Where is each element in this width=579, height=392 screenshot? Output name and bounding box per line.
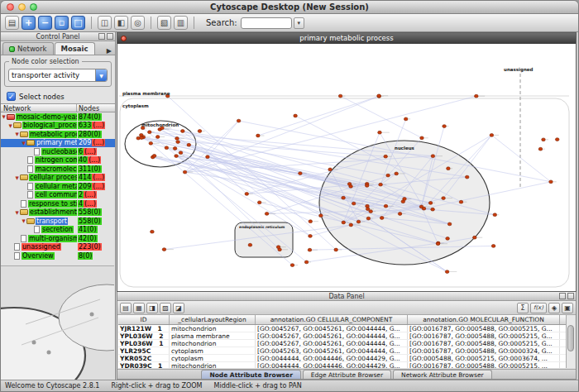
tree-expander-icon[interactable]: ▼ (14, 130, 20, 138)
tree-row-nucleobase[interactable]: nucleobase...6(...) (1, 147, 115, 156)
open-attributes-icon[interactable]: ▣ (562, 303, 573, 313)
table-cell[interactable]: YPL036W__2 (118, 332, 170, 339)
table-cell[interactable]: [GO:0016787, GO:0005488, GO:0005215, ... (408, 362, 560, 368)
tree-row-overview[interactable]: Overview8(0) (1, 251, 115, 261)
table-scrollbar[interactable] (566, 315, 575, 368)
tree-row-establishment-of-l[interactable]: ▼establishment of l558(0) (1, 208, 115, 218)
table-cell[interactable]: [GO:0005488, GO:0005215, GO:0003674, ... (408, 355, 560, 361)
create-network-icon[interactable]: ◫ (98, 16, 112, 30)
search-options-icon[interactable]: ▾ (294, 17, 304, 29)
table-row[interactable]: YJR121W__1mitochondrion[GO:0045267, GO:0… (118, 325, 566, 332)
tab-mosaic[interactable]: Mosaic (55, 42, 95, 55)
table-cell[interactable]: YDR039C__1 (118, 362, 170, 368)
tree-row-transport[interactable]: ▼transport558(0) (1, 217, 115, 226)
table-cell[interactable]: mitochondrion (170, 325, 256, 332)
delete-attribute-icon[interactable]: ◨ (146, 303, 158, 313)
tree-expander-icon[interactable]: ▼ (21, 217, 26, 225)
tab-overflow-arrow-icon[interactable]: ▶ (105, 47, 113, 55)
table-cell[interactable]: [GO:0016787, GO:0005488, GO:0000324, G..… (408, 347, 560, 354)
tree-row-unassigned[interactable]: unassigned223(0) (1, 243, 115, 252)
table-cell[interactable]: [GO:0016787, GO:0005488, GO:0005215, G..… (408, 325, 560, 332)
annotations-icon[interactable]: ◎ (131, 16, 145, 30)
layout-icon[interactable]: ▥ (174, 16, 188, 30)
open-session-icon[interactable]: ▤ (5, 16, 19, 30)
table-row[interactable]: YPL036W__1mitochondrion[GO:0045267, GO:0… (118, 340, 566, 347)
table-row[interactable]: YKR052Ccytoplasm[GO:0044444, GO:0044446,… (118, 355, 566, 362)
table-row[interactable]: YLR295Ccytoplasm[GO:0045263, GO:0045261,… (118, 347, 566, 355)
tree-row-mosaic-demo-yeast[interactable]: ▼mosaic-demo-yeast874(0) (1, 112, 115, 122)
table-cell[interactable]: [GO:0016787, GO:0005488, GO:0005215, G..… (408, 340, 560, 347)
table-cell[interactable]: plasma membrane (170, 332, 256, 339)
vizmapper-icon[interactable]: ▧ (157, 16, 171, 30)
table-cell[interactable]: cytoplasm (170, 355, 256, 361)
zoom-selected-icon[interactable]: ▫ (55, 16, 69, 30)
table-cell[interactable]: [GO:0044444, GO:0044446, GO:0044429, G..… (256, 355, 408, 361)
table-cell[interactable]: cytoplasm (170, 347, 256, 354)
column-header-1[interactable]: _cellularLayoutRegion (170, 315, 256, 324)
tree-column-nodes[interactable]: Nodes (77, 104, 115, 112)
table-cell[interactable]: YKR052C (118, 355, 170, 361)
tab-node-attribute-browser[interactable]: Node Attribute Browser (201, 370, 300, 379)
network-view-close-button[interactable] (121, 36, 127, 41)
tree-row-metabolic-process[interactable]: ▼metabolic process280(0) (1, 130, 115, 139)
window-titlebar[interactable]: Cytoscape Desktop (New Session) (1, 1, 578, 14)
network-view-titlebar[interactable]: primary metabolic process (117, 33, 576, 44)
tree-row-response-to-stimul[interactable]: response to stimul4(...) (1, 199, 115, 208)
zoom-out-icon[interactable]: − (38, 16, 52, 30)
import-attributes-icon[interactable]: ◈ (548, 303, 560, 313)
tree-expander-icon[interactable]: ▼ (21, 139, 26, 147)
scrollbar-thumb[interactable] (567, 325, 574, 351)
tree-expander-icon[interactable]: ▼ (7, 122, 13, 130)
float-panel-icon[interactable] (559, 293, 566, 299)
select-nodes-checkbox[interactable]: ✓ (7, 92, 16, 101)
node-color-dropdown[interactable]: transporter activity ▼ (8, 69, 108, 82)
float-panel-icon[interactable] (98, 33, 105, 40)
select-attributes-icon[interactable]: ▤ (120, 303, 132, 313)
tree-row-secretion[interactable]: secretion41(0) (1, 226, 115, 235)
close-panel-icon[interactable] (567, 293, 574, 299)
table-cell[interactable]: [GO:0016787, GO:0005488, GO:0005215, G..… (408, 332, 560, 339)
zoom-fit-icon[interactable]: □ (71, 16, 85, 30)
network-canvas[interactable]: plasma membranecytoplasmmitochondrionnuc… (117, 44, 576, 291)
table-row[interactable]: YPL036W__2plasma membrane[GO:0045267, GO… (118, 332, 566, 340)
tree-row-nitrogen-compo[interactable]: nitrogen compo...40(...) (1, 156, 115, 165)
delete-rows-icon[interactable]: ◪ (173, 303, 184, 313)
formula-builder-icon[interactable]: f(x) (530, 303, 547, 313)
tab-network[interactable]: Network (2, 42, 54, 55)
table-cell[interactable]: mitochondrion (170, 340, 256, 347)
tree-row-primary-metabo[interactable]: ▼primary metabo209(...) (1, 139, 115, 148)
table-cell[interactable]: YLR295C (118, 347, 170, 354)
table-cell[interactable]: [GO:0045263, GO:0045261, GO:0044444, G..… (256, 347, 408, 354)
tab-network-attribute-browser[interactable]: Network Attribute Browser (393, 370, 492, 379)
tree-row-biological-process[interactable]: ▼biological_process633(...) (1, 122, 115, 131)
tree-row-multi-organism-pro[interactable]: multi-organism pro42(0) (1, 234, 115, 243)
column-header-3[interactable]: annotation.GO MOLECULAR_FUNCTION (408, 315, 560, 324)
table-cell[interactable]: [GO:0045267, GO:0045261, GO:0044444, G..… (256, 340, 408, 347)
overview-thumbnail[interactable] (1, 265, 114, 380)
table-cell[interactable]: YPL036W__1 (118, 340, 170, 347)
destroy-network-icon[interactable]: ◧ (114, 16, 128, 30)
table-cell[interactable]: YJR121W__1 (118, 325, 170, 332)
tree-row-macromolecule[interactable]: macromolecule...311(0) (1, 165, 115, 174)
tree-row-cell-communica[interactable]: cell communica...2(...) (1, 191, 115, 200)
zoom-in-icon[interactable]: + (22, 16, 36, 30)
new-attribute-icon[interactable]: ▦ (133, 303, 145, 313)
table-cell[interactable]: mitochondrion (170, 362, 256, 368)
rename-attribute-icon[interactable]: ▨ (160, 303, 171, 313)
table-cell[interactable]: [GO:0044444, GO:0044446, GO:0044429, G..… (256, 362, 408, 368)
tree-row-cellular-process[interactable]: ▼cellular process414(...) (1, 174, 115, 183)
tree-expander-icon[interactable]: ▼ (14, 208, 20, 217)
close-panel-icon[interactable] (107, 33, 113, 40)
table-cell[interactable]: [GO:0045267, GO:0045261, GO:0044444, G..… (256, 325, 408, 332)
search-input[interactable] (241, 17, 292, 29)
tree-expander-icon[interactable]: ▼ (14, 174, 20, 182)
column-header-0[interactable]: ID (118, 315, 170, 324)
tree-row-cellular-metabo[interactable]: cellular metabo...209(...) (1, 182, 115, 191)
table-cell[interactable]: [GO:0045267, GO:0045261, GO:0044444, G..… (256, 332, 408, 339)
column-header-2[interactable]: annotation.GO CELLULAR_COMPONENT (256, 315, 408, 324)
sum-icon[interactable]: Σ (517, 303, 529, 313)
tab-edge-attribute-browser[interactable]: Edge Attribute Browser (303, 370, 391, 379)
table-row[interactable]: YDR039C__1mitochondrion[GO:0044444, GO:0… (118, 362, 566, 368)
tree-expander-icon[interactable]: ▼ (1, 112, 7, 121)
tree-column-network[interactable]: Network (1, 104, 77, 112)
